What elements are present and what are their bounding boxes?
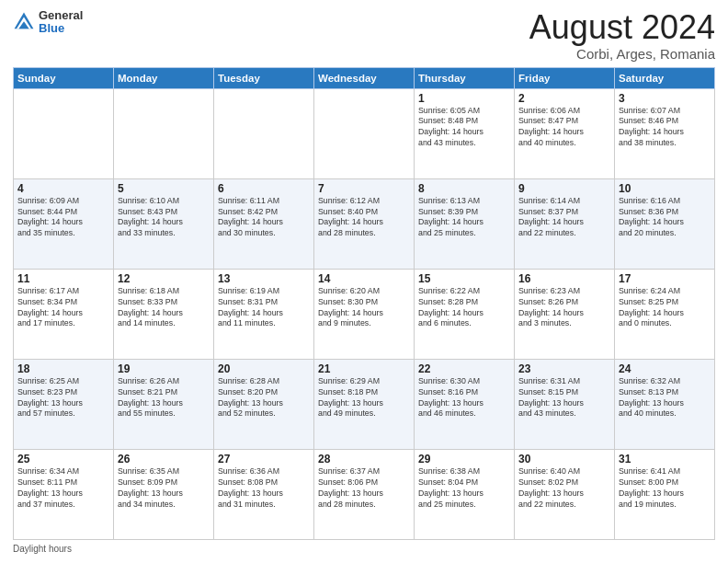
day-number: 2 — [518, 92, 610, 105]
day-number: 31 — [619, 453, 711, 465]
day-number: 13 — [218, 272, 310, 285]
calendar-cell: 1Sunrise: 6:05 AM Sunset: 8:48 PM Daylig… — [415, 88, 515, 178]
day-number: 30 — [518, 453, 610, 465]
day-number: 8 — [418, 182, 510, 195]
day-number: 23 — [518, 362, 610, 375]
generalblue-logo-icon — [13, 11, 35, 33]
day-number: 6 — [218, 182, 310, 195]
page: General Blue August 2024 Corbi, Arges, R… — [0, 0, 728, 563]
day-number: 19 — [118, 362, 210, 375]
calendar-cell: 3Sunrise: 6:07 AM Sunset: 8:46 PM Daylig… — [615, 88, 715, 178]
day-info: Sunrise: 6:17 AM Sunset: 8:34 PM Dayligh… — [17, 286, 109, 330]
day-info: Sunrise: 6:06 AM Sunset: 8:47 PM Dayligh… — [518, 106, 610, 150]
calendar-cell: 12Sunrise: 6:18 AM Sunset: 8:33 PM Dayli… — [114, 269, 214, 359]
day-info: Sunrise: 6:22 AM Sunset: 8:28 PM Dayligh… — [418, 286, 510, 330]
day-number: 21 — [318, 362, 410, 375]
day-number: 10 — [619, 182, 711, 195]
daylight-label: Daylight hours — [13, 544, 72, 554]
calendar-cell: 11Sunrise: 6:17 AM Sunset: 8:34 PM Dayli… — [14, 269, 114, 359]
calendar-table: SundayMondayTuesdayWednesdayThursdayFrid… — [13, 67, 715, 540]
day-number: 27 — [218, 453, 310, 465]
calendar-cell: 4Sunrise: 6:09 AM Sunset: 8:44 PM Daylig… — [14, 178, 114, 269]
calendar-cell — [14, 88, 114, 178]
day-of-week-header: Sunday — [14, 67, 114, 88]
calendar-cell: 14Sunrise: 6:20 AM Sunset: 8:30 PM Dayli… — [314, 269, 415, 359]
logo-blue: Blue — [39, 22, 83, 35]
calendar-week-row: 18Sunrise: 6:25 AM Sunset: 8:23 PM Dayli… — [14, 359, 715, 449]
day-number: 15 — [418, 272, 510, 285]
day-info: Sunrise: 6:09 AM Sunset: 8:44 PM Dayligh… — [17, 196, 109, 240]
footer: Daylight hours — [13, 544, 715, 554]
day-info: Sunrise: 6:19 AM Sunset: 8:31 PM Dayligh… — [218, 286, 310, 330]
day-number: 22 — [418, 362, 510, 375]
title-month: August 2024 — [529, 9, 715, 46]
calendar-cell: 25Sunrise: 6:34 AM Sunset: 8:11 PM Dayli… — [14, 449, 114, 539]
day-info: Sunrise: 6:30 AM Sunset: 8:16 PM Dayligh… — [418, 376, 510, 420]
calendar-cell — [114, 88, 214, 178]
calendar-cell — [314, 88, 415, 178]
calendar-cell: 7Sunrise: 6:12 AM Sunset: 8:40 PM Daylig… — [314, 178, 415, 269]
day-info: Sunrise: 6:05 AM Sunset: 8:48 PM Dayligh… — [418, 106, 510, 150]
day-info: Sunrise: 6:31 AM Sunset: 8:15 PM Dayligh… — [518, 376, 610, 420]
calendar-cell: 15Sunrise: 6:22 AM Sunset: 8:28 PM Dayli… — [415, 269, 515, 359]
calendar-cell: 13Sunrise: 6:19 AM Sunset: 8:31 PM Dayli… — [214, 269, 314, 359]
header-row: SundayMondayTuesdayWednesdayThursdayFrid… — [14, 67, 715, 88]
day-info: Sunrise: 6:29 AM Sunset: 8:18 PM Dayligh… — [318, 376, 410, 420]
day-info: Sunrise: 6:10 AM Sunset: 8:43 PM Dayligh… — [118, 196, 210, 240]
calendar-cell: 23Sunrise: 6:31 AM Sunset: 8:15 PM Dayli… — [515, 359, 615, 449]
day-info: Sunrise: 6:35 AM Sunset: 8:09 PM Dayligh… — [118, 466, 210, 511]
day-of-week-header: Wednesday — [314, 67, 415, 88]
day-number: 16 — [518, 272, 610, 285]
calendar-cell: 30Sunrise: 6:40 AM Sunset: 8:02 PM Dayli… — [515, 449, 615, 539]
day-info: Sunrise: 6:36 AM Sunset: 8:08 PM Dayligh… — [218, 466, 310, 511]
day-number: 26 — [118, 453, 210, 465]
calendar-cell: 2Sunrise: 6:06 AM Sunset: 8:47 PM Daylig… — [515, 88, 615, 178]
day-number: 20 — [218, 362, 310, 375]
calendar-cell: 17Sunrise: 6:24 AM Sunset: 8:25 PM Dayli… — [615, 269, 715, 359]
calendar-week-row: 1Sunrise: 6:05 AM Sunset: 8:48 PM Daylig… — [14, 88, 715, 178]
day-info: Sunrise: 6:38 AM Sunset: 8:04 PM Dayligh… — [418, 466, 510, 511]
calendar-cell — [214, 88, 314, 178]
calendar-week-row: 25Sunrise: 6:34 AM Sunset: 8:11 PM Dayli… — [14, 449, 715, 539]
day-info: Sunrise: 6:12 AM Sunset: 8:40 PM Dayligh… — [318, 196, 410, 240]
day-number: 9 — [518, 182, 610, 195]
day-number: 5 — [118, 182, 210, 195]
calendar-cell: 16Sunrise: 6:23 AM Sunset: 8:26 PM Dayli… — [515, 269, 615, 359]
day-number: 29 — [418, 453, 510, 465]
day-info: Sunrise: 6:14 AM Sunset: 8:37 PM Dayligh… — [518, 196, 610, 240]
header: General Blue August 2024 Corbi, Arges, R… — [13, 9, 715, 62]
calendar-body: 1Sunrise: 6:05 AM Sunset: 8:48 PM Daylig… — [14, 88, 715, 539]
calendar-cell: 22Sunrise: 6:30 AM Sunset: 8:16 PM Dayli… — [415, 359, 515, 449]
day-info: Sunrise: 6:07 AM Sunset: 8:46 PM Dayligh… — [619, 106, 711, 150]
calendar-cell: 27Sunrise: 6:36 AM Sunset: 8:08 PM Dayli… — [214, 449, 314, 539]
day-number: 24 — [619, 362, 711, 375]
day-number: 3 — [619, 92, 711, 105]
day-info: Sunrise: 6:13 AM Sunset: 8:39 PM Dayligh… — [418, 196, 510, 240]
day-of-week-header: Saturday — [615, 67, 715, 88]
calendar-cell: 29Sunrise: 6:38 AM Sunset: 8:04 PM Dayli… — [415, 449, 515, 539]
day-number: 17 — [619, 272, 711, 285]
day-info: Sunrise: 6:34 AM Sunset: 8:11 PM Dayligh… — [17, 466, 109, 511]
day-number: 11 — [17, 272, 109, 285]
logo-text: General Blue — [39, 9, 83, 36]
day-number: 28 — [318, 453, 410, 465]
title-location: Corbi, Arges, Romania — [529, 46, 715, 62]
day-info: Sunrise: 6:40 AM Sunset: 8:02 PM Dayligh… — [518, 466, 610, 511]
day-info: Sunrise: 6:23 AM Sunset: 8:26 PM Dayligh… — [518, 286, 610, 330]
day-info: Sunrise: 6:20 AM Sunset: 8:30 PM Dayligh… — [318, 286, 410, 330]
calendar-week-row: 4Sunrise: 6:09 AM Sunset: 8:44 PM Daylig… — [14, 178, 715, 269]
title-block: August 2024 Corbi, Arges, Romania — [529, 9, 715, 62]
calendar-cell: 5Sunrise: 6:10 AM Sunset: 8:43 PM Daylig… — [114, 178, 214, 269]
calendar-cell: 24Sunrise: 6:32 AM Sunset: 8:13 PM Dayli… — [615, 359, 715, 449]
logo-general: General — [39, 9, 83, 22]
day-info: Sunrise: 6:24 AM Sunset: 8:25 PM Dayligh… — [619, 286, 711, 330]
calendar-cell: 10Sunrise: 6:16 AM Sunset: 8:36 PM Dayli… — [615, 178, 715, 269]
day-number: 7 — [318, 182, 410, 195]
calendar-cell: 28Sunrise: 6:37 AM Sunset: 8:06 PM Dayli… — [314, 449, 415, 539]
calendar-week-row: 11Sunrise: 6:17 AM Sunset: 8:34 PM Dayli… — [14, 269, 715, 359]
day-of-week-header: Friday — [515, 67, 615, 88]
calendar-cell: 26Sunrise: 6:35 AM Sunset: 8:09 PM Dayli… — [114, 449, 214, 539]
day-number: 12 — [118, 272, 210, 285]
day-of-week-header: Tuesday — [214, 67, 314, 88]
day-number: 25 — [17, 453, 109, 465]
